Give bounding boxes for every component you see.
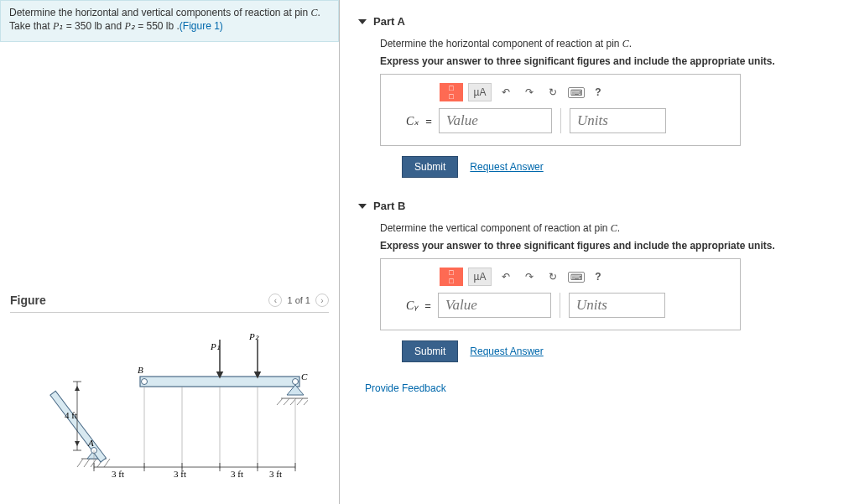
label-P2: P₂ (248, 331, 259, 341)
p2-label: P₂ (124, 20, 134, 32)
undo-icon[interactable]: ↶ (497, 83, 515, 101)
keyboard-icon[interactable]: ⌨ (567, 268, 586, 286)
pager-count: 1 of 1 (287, 295, 310, 305)
templates-button[interactable]: □□ (440, 83, 463, 101)
svg-point-4 (293, 379, 299, 385)
partA-prompt: Determine the horizontal component of re… (380, 38, 844, 50)
partB-title: Part B (373, 200, 405, 212)
partA-tail: . (629, 38, 632, 49)
problem-statement: Determine the horizontal and vertical co… (0, 0, 339, 42)
label-B: B (138, 365, 143, 375)
left-panel: Determine the horizontal and vertical co… (0, 0, 340, 504)
symbols-button[interactable]: µA (468, 83, 492, 101)
caret-down-icon (358, 19, 367, 24)
keyboard-icon[interactable]: ⌨ (567, 83, 586, 101)
partA-body: Determine the horizontal component of re… (358, 31, 844, 181)
partB-value-input[interactable] (438, 293, 551, 318)
partA-input-row: Cₓ = (406, 108, 730, 133)
help-icon[interactable]: ? (591, 268, 606, 286)
problem-tail: . (318, 7, 320, 18)
eq-sign: = (425, 115, 432, 127)
partA-submit-row: Submit Request Answer (402, 156, 844, 178)
partB-tail: . (617, 222, 620, 234)
partA-units-input[interactable] (570, 108, 666, 133)
partA-value-input[interactable] (439, 108, 552, 133)
symbols-button[interactable]: µA (468, 268, 492, 286)
figure-header: Figure ‹ 1 of 1 › (0, 294, 339, 307)
figure-title: Figure (10, 294, 46, 307)
label-P1: P₁ (210, 341, 220, 351)
pin-label: C (311, 7, 318, 18)
partA-title: Part A (373, 15, 405, 28)
partB-pin: C (611, 222, 617, 234)
figure-link[interactable]: (Figure 1) (180, 20, 223, 32)
redo-icon[interactable]: ↷ (520, 83, 539, 101)
p1-label: P₁ (53, 20, 63, 32)
partA-header[interactable]: Part A (358, 15, 844, 28)
figure-diagram: 4 ft B C A P₁ P₂ 3 ft 3 ft 3 ft 3 ft (0, 313, 339, 484)
partB-answer-box: □□ µA ↶ ↷ ↻ ⌨ ? Cᵧ = (380, 258, 741, 330)
p1-value: = 350 lb (63, 20, 102, 32)
partB-submit-button[interactable]: Submit (402, 340, 458, 362)
problem-line: Determine the horizontal and vertical co… (9, 7, 311, 18)
templates-button[interactable]: □□ (440, 268, 463, 286)
partB-body: Determine the vertical component of reac… (358, 216, 844, 366)
partA-pin: C (622, 38, 629, 49)
reset-icon[interactable]: ↻ (544, 83, 562, 101)
redo-icon[interactable]: ↷ (520, 268, 539, 286)
take-text: Take that (9, 20, 53, 32)
separator (560, 108, 561, 133)
provide-feedback-link[interactable]: Provide Feedback (365, 382, 844, 394)
dim1: 3 ft (112, 469, 124, 479)
partB-prompt-text: Determine the vertical component of reac… (380, 222, 611, 234)
partA-answer-box: □□ µA ↶ ↷ ↻ ⌨ ? Cₓ = (380, 74, 741, 146)
partA-instr: Express your answer to three significant… (380, 55, 844, 67)
dim3: 3 ft (231, 469, 243, 479)
truss-svg: 4 ft B C A P₁ P₂ 3 ft 3 ft 3 ft 3 ft (31, 325, 308, 484)
partA-prompt-text: Determine the horizontal component of re… (380, 38, 622, 49)
right-panel: Part A Determine the horizontal componen… (340, 0, 859, 504)
svg-point-3 (142, 379, 148, 385)
partB-toolbar: □□ µA ↶ ↷ ↻ ⌨ ? (440, 268, 730, 286)
label-A: A (87, 438, 94, 448)
dim-height: 4 ft (65, 410, 77, 420)
svg-rect-2 (140, 377, 299, 387)
separator (560, 293, 560, 318)
partB-var: Cᵧ (406, 299, 418, 313)
label-C: C (301, 372, 308, 382)
partA-submit-button[interactable]: Submit (402, 156, 458, 178)
eq-sign: = (424, 299, 431, 312)
reset-icon[interactable]: ↻ (544, 268, 562, 286)
help-icon[interactable]: ? (591, 83, 606, 101)
partB-input-row: Cᵧ = (406, 293, 730, 318)
partA-request-answer[interactable]: Request Answer (470, 161, 543, 173)
dim4: 3 ft (269, 469, 282, 479)
partA-var: Cₓ (406, 114, 419, 128)
pager-prev-button[interactable]: ‹ (268, 294, 282, 307)
dim2: 3 ft (174, 469, 186, 479)
figure-pager: ‹ 1 of 1 › (268, 294, 329, 307)
partB-instr: Express your answer to three significant… (380, 240, 844, 252)
app: Determine the horizontal and vertical co… (0, 0, 859, 504)
pager-next-button[interactable]: › (315, 294, 329, 307)
partB-request-answer[interactable]: Request Answer (470, 346, 543, 357)
partB-header[interactable]: Part B (358, 200, 844, 212)
caret-down-icon (358, 204, 367, 209)
and-text: and (102, 20, 125, 32)
partB-prompt: Determine the vertical component of reac… (380, 222, 844, 235)
undo-icon[interactable]: ↶ (497, 268, 515, 286)
p2-value: = 550 lb . (135, 20, 180, 32)
partA-toolbar: □□ µA ↶ ↷ ↻ ⌨ ? (440, 83, 730, 101)
partB-units-input[interactable] (569, 293, 665, 318)
svg-rect-1 (50, 392, 107, 463)
partB-submit-row: Submit Request Answer (402, 340, 844, 362)
